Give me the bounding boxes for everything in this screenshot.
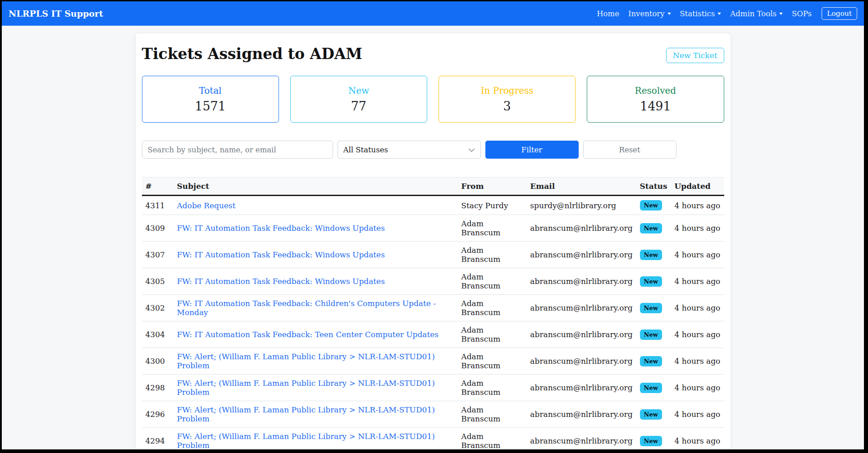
- status-badge: New: [640, 200, 662, 210]
- status-badge: New: [640, 409, 662, 420]
- ticket-email: abranscum@nlrlibrary.org: [526, 428, 636, 450]
- ticket-updated: 4 hours ago: [671, 375, 724, 401]
- table-row: 4307 FW: IT Automation Task Feedback: Wi…: [142, 242, 724, 268]
- nav-item-inventory[interactable]: Inventory: [624, 9, 676, 18]
- status-badge: New: [640, 356, 662, 366]
- ticket-email: abranscum@nlrlibrary.org: [526, 268, 636, 295]
- tickets-card: Tickets Assigned to ADAM New Ticket Tota…: [135, 33, 731, 449]
- browser-viewport: NLRPLS IT Support Home Inventory Statist…: [2, 1, 864, 449]
- ticket-id: 4302: [142, 295, 174, 321]
- main-content: Tickets Assigned to ADAM New Ticket Tota…: [2, 33, 864, 449]
- nav-item-admin-tools[interactable]: Admin Tools: [726, 9, 787, 18]
- table-row: 4300 FW: Alert; (William F. Laman Public…: [142, 348, 724, 375]
- navbar-menu: Home Inventory Statistics Admin Tools: [592, 7, 857, 20]
- navbar-brand[interactable]: NLRPLS IT Support: [9, 9, 103, 18]
- stat-card-new: New 77: [290, 76, 427, 123]
- ticket-email: abranscum@nlrlibrary.org: [526, 401, 636, 428]
- stat-label: Total: [199, 85, 222, 96]
- status-badge: New: [640, 383, 662, 393]
- ticket-subject-link[interactable]: FW: Alert; (William F. Laman Public Libr…: [177, 352, 435, 370]
- title-row: Tickets Assigned to ADAM New Ticket: [142, 45, 724, 63]
- ticket-updated: 4 hours ago: [671, 428, 724, 450]
- column-header: Status: [636, 178, 671, 196]
- ticket-updated: 4 hours ago: [671, 295, 724, 321]
- column-header: Email: [526, 178, 636, 196]
- column-header: From: [457, 178, 526, 196]
- ticket-subject-link[interactable]: FW: IT Automation Task Feedback: Teen Ce…: [177, 330, 439, 339]
- table-row: 4304 FW: IT Automation Task Feedback: Te…: [142, 321, 724, 348]
- ticket-updated: 4 hours ago: [671, 242, 724, 268]
- ticket-subject-link[interactable]: FW: Alert; (William F. Laman Public Libr…: [177, 432, 435, 449]
- logout-button[interactable]: Logout: [822, 7, 857, 20]
- ticket-from: Adam Branscum: [457, 428, 526, 450]
- ticket-from: Adam Branscum: [457, 348, 526, 375]
- caret-down-icon: [779, 13, 783, 15]
- ticket-id: 4298: [142, 375, 174, 401]
- stat-label: New: [348, 85, 369, 96]
- ticket-updated: 4 hours ago: [671, 348, 724, 375]
- status-badge: New: [640, 250, 662, 260]
- table-row: 4294 FW: Alert; (William F. Laman Public…: [142, 428, 724, 450]
- ticket-from: Adam Branscum: [457, 321, 526, 348]
- ticket-updated: 4 hours ago: [671, 196, 724, 215]
- ticket-id: 4307: [142, 242, 174, 268]
- ticket-from: Adam Branscum: [457, 268, 526, 295]
- ticket-email: abranscum@nlrlibrary.org: [526, 295, 636, 321]
- tickets-table: # Subject From Email Status Updated: [142, 177, 724, 449]
- table-row: 4309 FW: IT Automation Task Feedback: Wi…: [142, 215, 724, 242]
- status-select[interactable]: All Statuses: [338, 141, 481, 159]
- status-badge: New: [640, 303, 662, 313]
- status-badge: New: [640, 329, 662, 340]
- ticket-updated: 4 hours ago: [671, 321, 724, 348]
- search-input[interactable]: [142, 141, 333, 159]
- ticket-subject-link[interactable]: FW: IT Automation Task Feedback: Windows…: [177, 224, 385, 233]
- caret-down-icon: [717, 13, 721, 15]
- ticket-id: 4305: [142, 268, 174, 295]
- stat-value: 1491: [640, 99, 671, 113]
- table-row: 4302 FW: IT Automation Task Feedback: Ch…: [142, 295, 724, 321]
- ticket-subject-link[interactable]: FW: Alert; (William F. Laman Public Libr…: [177, 405, 435, 423]
- navbar: NLRPLS IT Support Home Inventory Statist…: [2, 1, 864, 26]
- ticket-from: Stacy Purdy: [457, 196, 526, 215]
- ticket-id: 4311: [142, 196, 174, 215]
- table-row: 4311 Adobe Request Stacy Purdy spurdy@nl…: [142, 196, 724, 215]
- column-header: Subject: [174, 178, 458, 196]
- ticket-subject-link[interactable]: FW: Alert; (William F. Laman Public Libr…: [177, 379, 435, 397]
- ticket-from: Adam Branscum: [457, 295, 526, 321]
- ticket-from: Adam Branscum: [457, 375, 526, 401]
- ticket-from: Adam Branscum: [457, 401, 526, 428]
- filter-row: All Statuses Filter Reset: [142, 141, 724, 159]
- table-header-row: # Subject From Email Status Updated: [142, 178, 724, 196]
- ticket-id: 4304: [142, 321, 174, 348]
- nav-item-statistics[interactable]: Statistics: [676, 9, 726, 18]
- ticket-subject-link[interactable]: Adobe Request: [177, 201, 236, 210]
- ticket-email: spurdy@nlrlibrary.org: [526, 196, 636, 215]
- ticket-updated: 4 hours ago: [671, 215, 724, 242]
- ticket-email: abranscum@nlrlibrary.org: [526, 348, 636, 375]
- nav-item-home[interactable]: Home: [592, 9, 624, 18]
- ticket-updated: 4 hours ago: [671, 401, 724, 428]
- ticket-email: abranscum@nlrlibrary.org: [526, 321, 636, 348]
- stat-label: Resolved: [635, 85, 676, 96]
- new-ticket-button[interactable]: New Ticket: [666, 48, 724, 63]
- stat-label: In Progress: [481, 85, 534, 96]
- column-header: #: [142, 178, 174, 196]
- filter-button[interactable]: Filter: [485, 141, 579, 159]
- status-select-value: All Statuses: [343, 146, 388, 154]
- ticket-subject-link[interactable]: FW: IT Automation Task Feedback: Windows…: [177, 277, 385, 286]
- ticket-subject-link[interactable]: FW: IT Automation Task Feedback: Windows…: [177, 250, 385, 259]
- status-badge: New: [640, 223, 662, 233]
- ticket-id: 4309: [142, 215, 174, 242]
- ticket-from: Adam Branscum: [457, 215, 526, 242]
- status-badge: New: [640, 276, 662, 287]
- ticket-subject-link[interactable]: FW: IT Automation Task Feedback: Childre…: [177, 299, 436, 317]
- nav-item-sops[interactable]: SOPs: [787, 9, 816, 18]
- ticket-id: 4294: [142, 428, 174, 450]
- stat-value: 1571: [195, 99, 226, 113]
- ticket-email: abranscum@nlrlibrary.org: [526, 242, 636, 268]
- ticket-id: 4300: [142, 348, 174, 375]
- reset-button[interactable]: Reset: [583, 141, 676, 159]
- table-row: 4296 FW: Alert; (William F. Laman Public…: [142, 401, 724, 428]
- stat-value: 3: [503, 99, 511, 113]
- column-header: Updated: [671, 178, 724, 196]
